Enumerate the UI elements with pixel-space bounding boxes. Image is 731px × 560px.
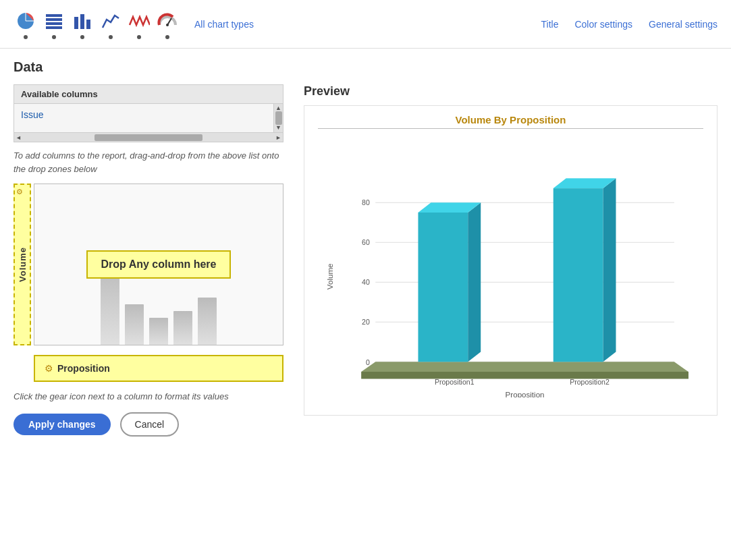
x-label-2: Proposition2 (570, 378, 610, 386)
toolbar-right-links: Title Color settings General settings (541, 19, 718, 30)
y-tick-60: 60 (362, 238, 370, 246)
bar-chart-icon-wrapper[interactable] (70, 9, 94, 39)
mini-bar-4 (173, 311, 192, 345)
vertical-scrollbar[interactable]: ▲ ▼ (273, 104, 283, 132)
column-item-issue[interactable]: Issue (21, 108, 267, 121)
icon-dot (80, 35, 84, 39)
ground-front (361, 372, 688, 379)
svg-rect-8 (86, 20, 90, 29)
preview-title: Preview (304, 84, 718, 99)
ground-top (361, 362, 688, 372)
gauge-chart-icon-wrapper[interactable] (155, 9, 180, 39)
all-chart-types-link[interactable]: All chart types (194, 19, 254, 30)
main-content: Data Available columns Issue ▲ ▼ (0, 49, 731, 447)
section-title: Data (13, 59, 718, 75)
buttons-row: Apply changes Cancel (13, 412, 283, 437)
svg-rect-6 (74, 17, 78, 29)
y-axis-gear-icon[interactable]: ⚙ (16, 188, 23, 196)
drop-label-box[interactable]: Drop Any column here (86, 250, 232, 279)
icon-dot (165, 35, 169, 39)
drop-zone-container: ⚙ Volume Drop Any column here (13, 184, 283, 345)
x-axis-gear-icon[interactable]: ⚙ (45, 363, 53, 374)
available-columns-box: Available columns Issue ▲ ▼ ◄ ► (13, 84, 283, 142)
columns-list-area: Issue ▲ ▼ (14, 104, 283, 132)
left-panel: Available columns Issue ▲ ▼ ◄ ► (13, 84, 283, 437)
general-settings-link[interactable]: General settings (649, 19, 718, 30)
chart-type-icons (13, 9, 180, 39)
columns-list: Issue (14, 104, 273, 132)
chart-title-divider (318, 128, 703, 129)
bar-chart-icon[interactable] (70, 9, 94, 33)
y-axis-label: Volume (18, 247, 28, 282)
y-axis-title: Volume (326, 263, 334, 289)
scroll-down-arrow[interactable]: ▼ (275, 125, 281, 131)
svg-rect-2 (46, 14, 62, 17)
mini-bar-3 (149, 318, 168, 345)
bar2-front (553, 188, 603, 362)
mini-bar-2 (125, 304, 144, 345)
gear-hint: Click the gear icon next to a column to … (13, 391, 283, 401)
bar1-front (418, 213, 468, 362)
icon-dot (109, 35, 113, 39)
hscroll-thumb[interactable] (94, 134, 202, 141)
y-tick-0: 0 (366, 358, 370, 366)
title-link[interactable]: Title (541, 19, 559, 30)
pie-chart-icon-wrapper[interactable] (13, 9, 38, 39)
color-settings-link[interactable]: Color settings (574, 19, 632, 30)
y-tick-40: 40 (362, 278, 370, 286)
svg-rect-3 (46, 18, 62, 21)
chart-container: Volume By Proposition 0 20 (304, 105, 718, 416)
bar2-side (603, 178, 616, 362)
apply-changes-button[interactable]: Apply changes (13, 414, 111, 435)
right-panel: Preview Volume By Proposition (297, 84, 718, 437)
x-axis-title: Proposition (506, 391, 545, 397)
scroll-up-arrow[interactable]: ▲ (275, 105, 281, 111)
cancel-button[interactable]: Cancel (120, 412, 180, 437)
y-tick-20: 20 (362, 318, 370, 326)
chart-drop-area[interactable]: Drop Any column here (34, 184, 283, 345)
pie-chart-icon[interactable] (13, 9, 38, 33)
list-chart-icon[interactable] (42, 9, 66, 33)
gauge-chart-icon[interactable] (155, 9, 180, 33)
wave-chart-icon[interactable] (127, 9, 151, 33)
x-axis-label: Proposition (57, 363, 110, 374)
y-axis-label-wrapper[interactable]: ⚙ Volume (13, 184, 31, 345)
line-chart-icon[interactable] (99, 9, 123, 33)
mini-bar-5 (198, 298, 217, 345)
icon-dot (52, 35, 56, 39)
content-area: Available columns Issue ▲ ▼ ◄ ► (13, 84, 718, 437)
icon-dot (24, 35, 28, 39)
available-columns-header: Available columns (14, 85, 283, 104)
scroll-right-arrow[interactable]: ► (275, 134, 281, 141)
scroll-left-arrow[interactable]: ◄ (16, 134, 22, 141)
bar1-side (468, 202, 481, 362)
wave-chart-icon-wrapper[interactable] (127, 9, 151, 39)
toolbar: All chart types Title Color settings Gen… (0, 0, 731, 49)
list-chart-icon-wrapper[interactable] (42, 9, 66, 39)
y-tick-80: 80 (362, 198, 370, 206)
svg-rect-5 (46, 26, 62, 29)
drag-hint: To add columns to the report, drag-and-d… (13, 149, 283, 175)
icon-dot (137, 35, 141, 39)
line-chart-icon-wrapper[interactable] (99, 9, 123, 39)
chart-svg: 0 20 40 60 80 Volume (304, 134, 717, 397)
chart-title: Volume By Proposition (304, 106, 717, 125)
x-axis-drop-zone[interactable]: ⚙ Proposition (34, 355, 283, 382)
scroll-thumb[interactable] (275, 111, 282, 125)
horizontal-scrollbar[interactable]: ◄ ► (14, 132, 283, 142)
svg-rect-7 (80, 14, 84, 29)
svg-line-10 (167, 18, 171, 25)
svg-rect-4 (46, 22, 62, 25)
x-label-1: Proposition1 (435, 378, 475, 386)
